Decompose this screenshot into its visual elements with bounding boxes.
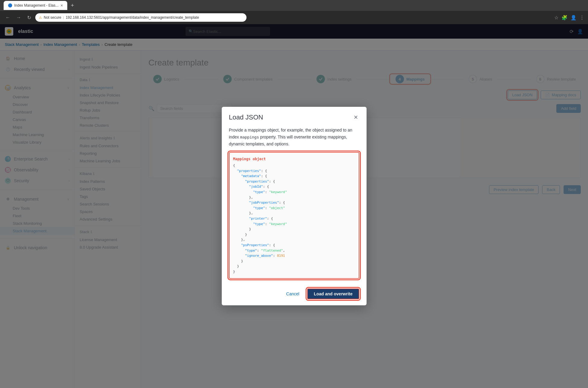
modal-body: Provide a mappings object, for example, … (222, 122, 367, 283)
browser-actions: ☆ 🧩 👤 ⋮ (554, 15, 584, 21)
load-json-modal: Load JSON ✕ Provide a mappings object, f… (222, 107, 367, 305)
modal-close-button[interactable]: ✕ (352, 113, 359, 122)
profile-icon[interactable]: 👤 (571, 15, 577, 21)
address-bar[interactable]: ⚠ Not secure | 192.168.164.132:5601/app/… (35, 13, 246, 22)
menu-icon[interactable]: ⋮ (580, 15, 584, 21)
json-editor-label: Mappings object (233, 156, 355, 162)
json-editor[interactable]: Mappings object { "properties": { "metad… (229, 152, 359, 278)
modal-description-code: mappings (240, 135, 259, 139)
cancel-button[interactable]: Cancel (282, 288, 304, 299)
browser-chrome: 🔵 Index Management - Elas... ✕ + (0, 0, 588, 11)
browser-addressbar: ← → ↻ ⚠ Not secure | 192.168.164.132:560… (0, 11, 588, 24)
modal-overlay: Load JSON ✕ Provide a mappings object, f… (0, 24, 588, 388)
url-separator: | (63, 16, 64, 19)
modal-description: Provide a mappings object, for example, … (229, 127, 359, 147)
url-warning-text: Not secure (44, 15, 61, 20)
modal-footer: Cancel Load and overwrite (222, 284, 367, 305)
reload-button[interactable]: ↻ (25, 14, 33, 22)
tab-close-button[interactable]: ✕ (60, 4, 63, 8)
bookmark-icon[interactable]: ☆ (554, 15, 558, 21)
load-and-overwrite-button[interactable]: Load and overwrite (307, 288, 359, 299)
security-warning-icon: ⚠ (39, 16, 42, 20)
tab-favicon: 🔵 (8, 3, 12, 8)
browser-tab[interactable]: 🔵 Index Management - Elas... ✕ (4, 1, 67, 10)
modal-header: Load JSON ✕ (222, 107, 367, 122)
modal-title: Load JSON (229, 113, 263, 121)
extensions-icon[interactable]: 🧩 (561, 15, 567, 21)
tab-title: Index Management - Elas... (14, 3, 59, 8)
forward-button[interactable]: → (14, 14, 23, 21)
back-button[interactable]: ← (4, 14, 12, 21)
url-text: 192.168.164.132:5601/app/management/data… (66, 15, 199, 20)
new-tab-button[interactable]: + (71, 2, 74, 9)
